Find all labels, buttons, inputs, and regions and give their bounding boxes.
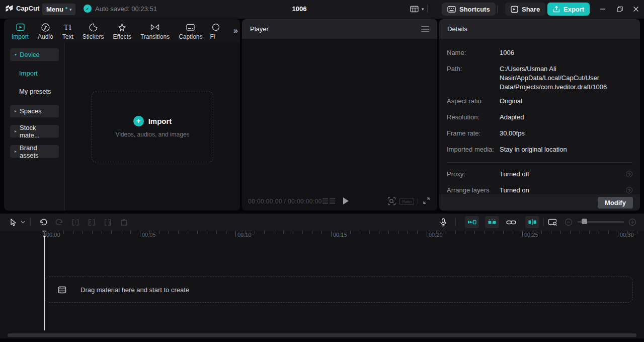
timeline-zoom-in-button[interactable] — [626, 216, 638, 228]
close-button[interactable] — [629, 3, 643, 16]
row-label: Name: — [447, 48, 466, 57]
player-viewport — [242, 39, 437, 191]
tab-import[interactable]: Import — [7, 22, 33, 40]
menu-button[interactable]: Menu ▾ — [42, 4, 75, 15]
shortcuts-button[interactable]: Shortcuts — [442, 3, 496, 16]
media-sidebar: ▾ Device Import My presets ▸ Spaces ▸ St… — [4, 43, 64, 211]
delete-button[interactable] — [118, 216, 130, 228]
timeline-ruler[interactable]: 00:00 00:05 00:10 00:15 00:20 00:25 00:3… — [0, 231, 644, 241]
help-icon[interactable]: ? — [626, 171, 632, 177]
captions-tab-icon — [186, 22, 195, 32]
shortcuts-label: Shortcuts — [459, 6, 490, 13]
row-value: Turned on — [500, 186, 639, 195]
horizontal-scrollbar[interactable] — [8, 333, 636, 337]
project-title: 1006 — [274, 5, 325, 13]
preview-frame-button[interactable] — [546, 216, 558, 228]
play-button[interactable] — [343, 197, 349, 204]
playhead-handle[interactable] — [43, 231, 46, 237]
menu-label: Menu — [46, 6, 63, 13]
export-button[interactable]: Export — [547, 3, 590, 16]
film-icon — [58, 286, 66, 294]
toolbar-divider — [30, 218, 31, 226]
transitions-tab-icon — [150, 22, 160, 32]
ruler-label: 00:25 — [522, 232, 538, 238]
player-controls: 00:00:00:00 / 00:00:00:00 Ratio — [242, 191, 437, 211]
tab-stickers[interactable]: Stickers — [78, 22, 109, 40]
timeline-dropzone[interactable]: Drag material here and start to create — [44, 277, 633, 303]
ruler-label: 00:20 — [427, 232, 443, 238]
tab-label: Fi — [210, 33, 215, 40]
close-icon — [633, 6, 639, 12]
tab-captions[interactable]: Captions — [174, 22, 207, 40]
split-button[interactable] — [69, 216, 82, 228]
titlebar-divider — [427, 5, 428, 13]
playhead[interactable] — [42, 231, 47, 331]
details-divider — [447, 162, 632, 163]
caret-right-icon: ▸ — [15, 149, 17, 154]
redo-button[interactable] — [53, 216, 65, 228]
share-label: Share — [522, 6, 540, 13]
row-label: Resolution: — [447, 113, 479, 122]
share-button[interactable]: Share — [505, 3, 545, 16]
restore-button[interactable] — [613, 3, 627, 16]
tab-text[interactable]: TI Text — [58, 22, 78, 40]
restore-icon — [617, 6, 623, 12]
modify-button[interactable]: Modify — [598, 197, 633, 209]
tab-filters-clipped[interactable]: Fi — [207, 22, 219, 40]
tab-transitions[interactable]: Transitions — [136, 22, 174, 40]
effects-tab-icon — [117, 22, 127, 32]
frame-list-icon[interactable] — [323, 198, 335, 204]
delete-right-button[interactable] — [102, 216, 114, 228]
timeline-panel: 00:00 00:05 00:10 00:15 00:20 00:25 00:3… — [0, 214, 644, 338]
sidebar-item-import[interactable]: Import — [19, 70, 38, 77]
minimize-icon — [600, 6, 606, 12]
minimize-button[interactable] — [596, 3, 610, 16]
linkage-toggle[interactable] — [505, 216, 517, 228]
timeline-zoom-out-button[interactable] — [562, 216, 575, 228]
undo-button[interactable] — [37, 216, 49, 228]
layout-chevron-icon[interactable]: ▾ — [422, 7, 424, 12]
row-label: Frame rate: — [447, 129, 480, 138]
details-panel: Details Name: 1006 Path: C:/Users/Usman … — [439, 19, 640, 211]
timeline-zoom-handle[interactable] — [582, 219, 587, 224]
ruler-label: 00:05 — [140, 232, 156, 238]
select-tool-chevron-icon[interactable] — [19, 216, 26, 228]
player-panel: Player 00:00:00:00 / 00:00:00:00 Ratio — [242, 19, 437, 211]
import-dropzone[interactable]: + Import Videos, audios, and images — [92, 92, 213, 162]
ruler-label: 00:15 — [331, 232, 347, 238]
audio-tab-icon — [41, 22, 50, 32]
chevron-down-icon: ▾ — [69, 7, 72, 12]
select-tool-button[interactable] — [7, 216, 19, 228]
main-track-magnet-toggle[interactable] — [465, 216, 479, 228]
ruler-label: 00:30 — [618, 232, 634, 238]
playhead-line — [44, 237, 45, 330]
auto-snap-toggle[interactable] — [485, 216, 499, 228]
layout-icon[interactable] — [410, 6, 419, 13]
sidebar-group-device[interactable]: ▾ Device — [10, 48, 59, 61]
sidebar-item-my-presets[interactable]: My presets — [19, 88, 51, 95]
preview-axis-toggle[interactable] — [525, 216, 539, 228]
row-label: Aspect ratio: — [447, 97, 483, 106]
fullscreen-icon[interactable] — [423, 197, 430, 204]
sidebar-group-stock-materials[interactable]: ▸ Stock mate... — [10, 125, 59, 138]
timeline-tracks: Drag material here and start to create — [0, 241, 644, 332]
fit-to-screen-icon[interactable] — [387, 197, 396, 206]
sidebar-group-brand-assets[interactable]: ▸ Brand assets — [10, 145, 59, 158]
record-voiceover-button[interactable] — [437, 216, 449, 228]
delete-left-button[interactable] — [86, 216, 98, 228]
row-label: Proxy: — [447, 170, 465, 179]
player-menu-icon[interactable] — [421, 26, 429, 32]
tab-effects[interactable]: Effects — [108, 22, 135, 40]
media-tabstrip: Import Audio TI Text Stickers Effects — [4, 19, 240, 43]
tab-label: Import — [12, 33, 29, 40]
sidebar-group-spaces[interactable]: ▸ Spaces — [10, 105, 59, 117]
more-tabs-chevron-icon[interactable]: » — [233, 26, 237, 35]
tab-label: Effects — [113, 33, 131, 40]
titlebar: CapCut Menu ▾ ✓ Auto saved: 00:23:51 100… — [0, 0, 644, 19]
row-value: Turned off — [500, 170, 639, 179]
help-icon[interactable]: ? — [626, 187, 632, 193]
toolbar-divider — [455, 218, 456, 226]
ratio-selector[interactable]: Ratio — [399, 198, 414, 205]
tab-audio[interactable]: Audio — [33, 22, 58, 40]
row-label: Arrange layers — [447, 186, 490, 195]
